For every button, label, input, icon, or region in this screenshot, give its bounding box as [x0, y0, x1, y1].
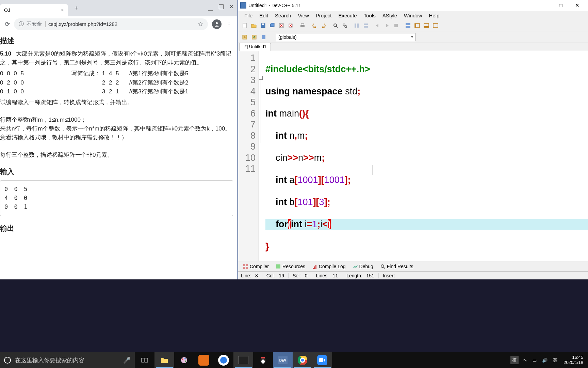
code-area[interactable]: #include<bits/stdc++.h> using namespace …: [263, 51, 588, 261]
menu-view[interactable]: View: [295, 13, 312, 18]
ime-lang[interactable]: 英: [550, 357, 560, 363]
undo-icon[interactable]: [310, 21, 318, 30]
find-icon[interactable]: [331, 21, 340, 30]
tab-debug[interactable]: Debug: [350, 263, 376, 270]
scope-combo[interactable]: (globals) ▼: [276, 33, 415, 41]
svg-rect-23: [415, 24, 416, 28]
url-input[interactable]: ⓘ 不安全 cspj.xyz/problem.php?id=1282 ☆: [14, 18, 208, 30]
open-file-icon[interactable]: [249, 21, 258, 30]
reload-icon[interactable]: ⟳: [5, 20, 10, 28]
back-icon[interactable]: [250, 33, 258, 41]
menu-icon[interactable]: ⋮: [226, 20, 232, 28]
page-content[interactable]: 描述 5.10 大部分元素是0的矩阵称为稀疏矩阵，假设有k个非0元素，则可把稀疏…: [0, 32, 237, 279]
svg-rect-21: [408, 26, 410, 28]
svg-point-38: [381, 265, 384, 267]
tab-compile-log[interactable]: Compile Log: [309, 263, 348, 270]
menu-execute[interactable]: Execute: [335, 13, 360, 18]
close-file-icon[interactable]: [277, 21, 285, 30]
tray-chevron-icon[interactable]: へ: [520, 357, 530, 363]
svg-point-42: [182, 358, 183, 360]
input-spec: 意看清输入格式哦，教材中的程序需要修改！！）: [0, 133, 233, 142]
statusbar: Line: 8 Col: 19 Sel: 0 Lines: 11 Length:…: [238, 271, 588, 279]
svg-rect-18: [406, 23, 408, 25]
goto-icon[interactable]: [240, 33, 249, 41]
section-sample-output: 输出: [0, 223, 233, 234]
profile-icon[interactable]: [212, 19, 222, 29]
svg-rect-40: [145, 358, 148, 362]
fold-icon[interactable]: −: [259, 76, 263, 80]
svg-rect-9: [301, 24, 304, 25]
mic-icon[interactable]: 🎤: [123, 356, 131, 364]
grid-icon[interactable]: [404, 21, 412, 30]
clock[interactable]: 16:45 2020/1/18: [560, 355, 587, 365]
zoom-icon[interactable]: [312, 352, 332, 368]
app-penguin-icon[interactable]: [253, 352, 273, 368]
menu-astyle[interactable]: AStyle: [379, 13, 401, 18]
compile-icon[interactable]: [352, 21, 361, 30]
chrome-icon[interactable]: [293, 352, 312, 368]
bottom-tabs: Compiler Resources Compile Log Debug Fin…: [238, 261, 588, 271]
panel3-icon[interactable]: [431, 21, 440, 30]
print-icon[interactable]: [298, 21, 307, 30]
svg-rect-17: [394, 24, 398, 27]
bookmark-icon[interactable]: ☆: [198, 20, 203, 28]
close-icon[interactable]: ✕: [572, 2, 582, 9]
tab-find-results[interactable]: Find Results: [377, 263, 416, 270]
menu-tools[interactable]: Tools: [360, 13, 379, 18]
menu-edit[interactable]: Edit: [256, 13, 272, 18]
code-editor[interactable]: 1234567891011 − #include<bits/stdc++.h> …: [238, 51, 588, 261]
minimize-icon[interactable]: [208, 6, 213, 11]
text-cursor: [373, 165, 373, 175]
task-view-icon[interactable]: [135, 352, 154, 368]
menu-project[interactable]: Project: [312, 13, 335, 18]
minimize-icon[interactable]: —: [540, 2, 549, 9]
replace-icon[interactable]: [340, 21, 349, 30]
svg-rect-13: [355, 24, 356, 28]
save-all-icon[interactable]: [268, 21, 276, 30]
paint-icon[interactable]: [174, 352, 194, 368]
debug-fwd-icon[interactable]: [382, 21, 391, 30]
close-icon[interactable]: ×: [61, 7, 64, 13]
file-tab[interactable]: [*] Untitled1: [239, 43, 271, 51]
devcpp-taskbar-icon[interactable]: DEV: [273, 352, 293, 368]
svg-rect-1: [243, 23, 246, 28]
save-icon[interactable]: [259, 21, 267, 30]
menu-file[interactable]: File: [241, 13, 256, 18]
bookmark-toggle-icon[interactable]: [259, 33, 268, 41]
explorer-icon[interactable]: [154, 352, 174, 368]
maximize-icon[interactable]: [219, 4, 224, 9]
app-blue-icon[interactable]: [214, 352, 233, 368]
svg-point-0: [216, 22, 218, 24]
debug-back-icon[interactable]: [373, 21, 382, 30]
menu-window[interactable]: Window: [401, 13, 425, 18]
close-icon[interactable]: ×: [230, 4, 234, 9]
close-all-icon[interactable]: [286, 21, 295, 30]
maximize-icon[interactable]: □: [556, 2, 566, 9]
panel2-icon[interactable]: [422, 21, 430, 30]
new-tab-button[interactable]: +: [71, 3, 81, 13]
menu-help[interactable]: Help: [425, 13, 443, 18]
svg-rect-29: [262, 35, 265, 39]
svg-point-11: [343, 24, 345, 26]
svg-point-12: [345, 26, 347, 28]
volume-icon[interactable]: 🔊: [539, 358, 550, 363]
svg-point-41: [181, 357, 187, 363]
ime-indicator[interactable]: 拼: [510, 356, 519, 364]
panel-icon[interactable]: [413, 21, 421, 30]
taskbar-search[interactable]: 在这里输入你要搜索的内容 🎤: [0, 352, 135, 368]
menu-search[interactable]: Search: [272, 13, 295, 18]
tab-compiler[interactable]: Compiler: [240, 263, 272, 270]
tab-resources[interactable]: Resources: [273, 263, 308, 270]
new-file-icon[interactable]: [240, 21, 249, 30]
devcpp-window: Untitled1 - Dev-C++ 5.11 — □ ✕ File Edit…: [237, 0, 588, 279]
browser-tab[interactable]: OJ ×: [0, 4, 68, 16]
debug-stop-icon[interactable]: [392, 21, 400, 30]
svg-rect-5: [271, 23, 274, 27]
battery-icon[interactable]: ▭: [530, 358, 539, 363]
file-tabs: [*] Untitled1: [238, 43, 588, 51]
app-orange-icon[interactable]: [194, 352, 214, 368]
redo-icon[interactable]: [319, 21, 328, 30]
run-icon[interactable]: [361, 21, 370, 30]
svg-rect-31: [246, 264, 248, 266]
terminal-icon[interactable]: [233, 352, 253, 368]
